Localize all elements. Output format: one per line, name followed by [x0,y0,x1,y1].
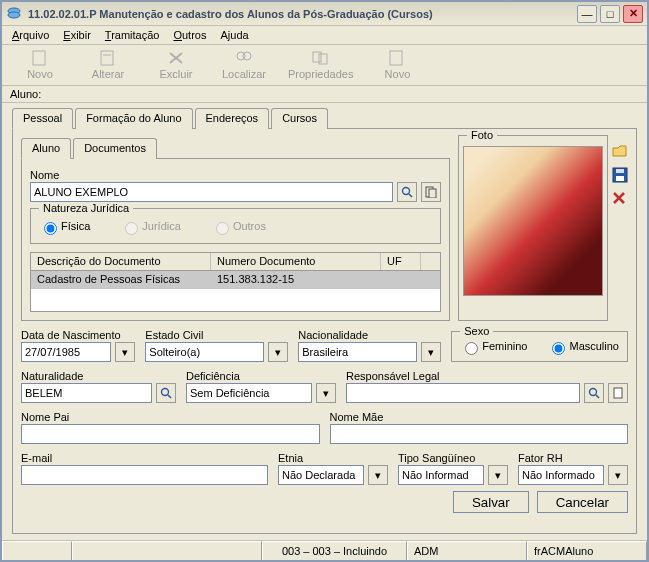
ecivil-select[interactable] [145,342,264,362]
tab-formacao[interactable]: Formação do Aluno [75,108,192,129]
foto-legend: Foto [467,129,497,141]
svg-rect-3 [101,51,113,65]
radio-outros: Outros [211,219,266,235]
mae-input[interactable] [330,424,629,444]
radio-feminino[interactable]: Feminino [460,339,527,355]
menu-ajuda[interactable]: Ajuda [220,29,248,41]
menu-tramitacao[interactable]: Tramitação [105,29,160,41]
main-tabs: Pessoal Formação do Aluno Endereços Curs… [12,107,637,128]
rh-select[interactable] [518,465,604,485]
nome-label: Nome [30,169,441,181]
svg-rect-18 [616,169,624,173]
svg-line-24 [596,395,599,398]
svg-rect-2 [33,51,45,65]
maximize-button[interactable]: □ [600,5,620,23]
window-title: 11.02.02.01.P Manutenção e cadastro dos … [28,8,433,20]
foto-delete-button[interactable] [612,191,628,207]
cancelar-button[interactable]: Cancelar [537,491,628,513]
sang-select[interactable] [398,465,484,485]
status-cell-1 [2,541,72,560]
resp-label: Responsável Legal [346,370,628,382]
doc-col-uf[interactable]: UF [381,253,421,270]
menu-exibir[interactable]: Exibir [63,29,91,41]
nasc-dropdown[interactable]: ▾ [115,342,135,362]
mae-label: Nome Mãe [330,411,629,423]
resp-new-button[interactable] [608,383,628,403]
tab-pessoal[interactable]: Pessoal [12,108,73,129]
nac-select[interactable] [298,342,417,362]
foto-image [463,146,603,296]
foto-open-button[interactable] [612,143,628,161]
tb-localizar[interactable]: Localizar [216,47,272,82]
foto-save-button[interactable] [612,167,628,185]
doc-row[interactable]: Cadastro de Pessoas Físicas 151.383.132-… [31,271,440,289]
status-cell-5: frACMAluno [527,541,647,560]
nat-search-button[interactable] [156,383,176,403]
def-dropdown[interactable]: ▾ [316,383,336,403]
svg-point-8 [243,52,251,60]
svg-point-12 [403,188,410,195]
def-select[interactable] [186,383,312,403]
rh-dropdown[interactable]: ▾ [608,465,628,485]
status-cell-2 [72,541,262,560]
tab-enderecos[interactable]: Endereços [195,108,270,129]
pai-input[interactable] [21,424,320,444]
tb-excluir[interactable]: Excluir [148,47,204,82]
doc-col-descricao[interactable]: Descrição do Documento [31,253,211,270]
tb-novo2[interactable]: Novo [369,47,425,82]
doc-table: Descrição do Documento Numero Documento … [30,252,441,312]
menu-outros[interactable]: Outros [173,29,206,41]
status-cell-4: ADM [407,541,527,560]
resp-search-button[interactable] [584,383,604,403]
close-button[interactable]: ✕ [623,5,643,23]
status-cell-3: 003 – 003 – Incluindo [262,541,407,560]
sexo-fieldset: Sexo Feminino Masculino [451,331,628,362]
def-label: Deficiência [186,370,336,382]
natureza-fieldset: Natureza Jurídica Física Jurídica Outros [30,208,441,244]
nac-dropdown[interactable]: ▾ [421,342,441,362]
svg-point-21 [162,389,169,396]
natureza-legend: Natureza Jurídica [39,202,133,214]
toolbar: Novo Alterar Excluir Localizar Proprieda… [2,45,647,86]
nome-input[interactable] [30,182,393,202]
subtab-aluno[interactable]: Aluno [21,138,71,159]
nac-label: Nacionalidade [298,329,441,341]
nasc-label: Data de Nascimento [21,329,135,341]
panel-pessoal: Aluno Documentos Nome [12,128,637,534]
tb-alterar[interactable]: Alterar [80,47,136,82]
radio-juridica: Jurídica [120,219,181,235]
svg-rect-25 [614,388,622,398]
subtab-documentos[interactable]: Documentos [73,138,157,159]
nasc-input[interactable] [21,342,111,362]
resp-input[interactable] [346,383,580,403]
doc-col-numero[interactable]: Numero Documento [211,253,381,270]
tab-cursos[interactable]: Cursos [271,108,328,129]
menubar: AArquivorquivo Exibir Tramitação Outros … [2,26,647,45]
etnia-dropdown[interactable]: ▾ [368,465,388,485]
statusbar: 003 – 003 – Incluindo ADM frACMAluno [2,540,647,560]
ecivil-dropdown[interactable]: ▾ [268,342,288,362]
menu-arquivo[interactable]: AArquivorquivo [12,29,49,41]
radio-masculino[interactable]: Masculino [547,339,619,355]
email-input[interactable] [21,465,268,485]
tb-propriedades[interactable]: Propriedades [284,47,357,82]
svg-point-23 [590,389,597,396]
sang-dropdown[interactable]: ▾ [488,465,508,485]
etnia-select[interactable] [278,465,364,485]
minimize-button[interactable]: — [577,5,597,23]
svg-rect-11 [390,51,402,65]
pai-label: Nome Pai [21,411,320,423]
ecivil-label: Estado Civil [145,329,288,341]
salvar-button[interactable]: Salvar [453,491,529,513]
aluno-label: Aluno: [2,86,647,103]
tb-novo[interactable]: Novo [12,47,68,82]
foto-box: Foto [458,135,608,321]
nat-input[interactable] [21,383,152,403]
nome-doc-button[interactable] [421,182,441,202]
radio-fisica[interactable]: Física [39,219,90,235]
nome-search-button[interactable] [397,182,417,202]
app-icon [6,6,22,22]
svg-rect-15 [429,189,436,198]
document-icon [425,186,437,198]
titlebar: 11.02.02.01.P Manutenção e cadastro dos … [2,2,647,26]
